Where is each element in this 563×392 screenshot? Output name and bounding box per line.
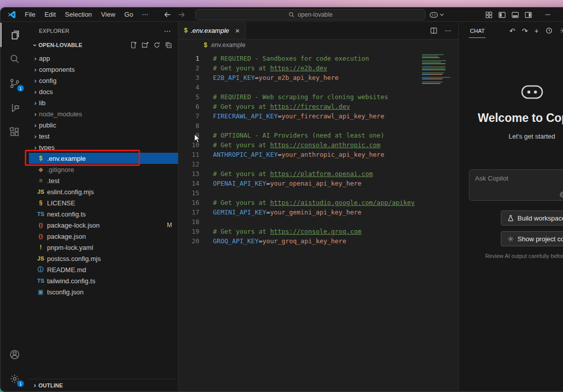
menu-file[interactable]: File [20, 11, 40, 18]
code-link[interactable]: https://e2b.dev [270, 64, 327, 72]
tree-item-lib[interactable]: ›lib [29, 97, 178, 108]
minimap-line [422, 83, 441, 84]
refresh-icon[interactable] [153, 41, 160, 49]
minimize-button[interactable] [536, 8, 559, 22]
tree-item-license[interactable]: §LICENSE [29, 197, 178, 208]
line-number: 3 [179, 73, 199, 82]
chevron-down-icon[interactable] [440, 13, 444, 16]
code-line: 9# OPTIONAL - AI Providers (need at leas… [179, 130, 458, 140]
minimap-line [422, 78, 443, 79]
breadcrumb[interactable]: $ .env.example [179, 39, 458, 51]
tree-item--env-example[interactable]: $.env.example [29, 153, 178, 164]
minimap[interactable] [422, 54, 451, 84]
line-number: 19 [179, 227, 199, 236]
forward-button[interactable] [178, 8, 186, 22]
chat-body: Welcome to Copilot Let's get started Ask… [459, 39, 563, 391]
back-button[interactable] [163, 8, 171, 22]
code-token: = [266, 208, 270, 216]
code-token: # Get yours at [213, 64, 270, 72]
source-control-icon[interactable]: 1 [1, 71, 29, 96]
tree-item-package-json[interactable]: {}package.json [29, 231, 178, 242]
tree-item-components[interactable]: ›components [29, 64, 178, 75]
code-link[interactable]: https://platform.openai.com [270, 170, 373, 178]
tree-item-next-config-ts[interactable]: TSnext.config.ts [29, 208, 178, 220]
menu-view[interactable]: View [97, 11, 120, 18]
item-label: components [39, 66, 75, 73]
tree-item-tsconfig-json[interactable]: ▣tsconfig.json [29, 286, 178, 297]
close-tab-icon[interactable]: × [235, 26, 240, 35]
tree-item-types[interactable]: ›types [29, 142, 178, 153]
copilot-menu-icon[interactable] [429, 12, 438, 18]
code-line: 17GEMINI_API_KEY=your_gemini_api_key_her… [179, 207, 458, 217]
tree-item--test[interactable]: ≡.test [29, 175, 178, 186]
run-debug-icon[interactable] [1, 96, 29, 120]
explorer-more-icon[interactable]: ⋯ [164, 27, 171, 35]
split-editor-icon[interactable] [430, 27, 438, 34]
code-token: GROQ_API_KEY [213, 237, 258, 245]
search-sidebar-icon[interactable] [1, 47, 29, 71]
toggle-panel-icon[interactable] [511, 11, 519, 19]
menu-selection[interactable]: Selection [60, 11, 96, 18]
item-label: LICENSE [47, 199, 75, 207]
code-link[interactable]: https://console.groq.com [270, 228, 362, 235]
minimap-line [422, 66, 446, 67]
code-link[interactable]: https://aistudio.google.com/app/apikey [270, 199, 415, 206]
collapse-all-icon[interactable] [165, 41, 172, 49]
mention-icon[interactable]: @ [559, 190, 563, 198]
chevron-right-icon: › [32, 88, 39, 96]
outline-section[interactable]: › OUTLINE [29, 379, 178, 391]
command-center-search[interactable]: open-lovable [195, 9, 425, 20]
tree-item-public[interactable]: ›public [29, 119, 178, 130]
chevron-right-icon: › [32, 99, 39, 107]
explorer-icon[interactable] [1, 23, 29, 47]
tree-item-eslint-config-mjs[interactable]: JSeslint.config.mjs [29, 186, 178, 197]
tree-item-postcss-config-mjs[interactable]: JSpostcss.config.mjs [29, 253, 178, 264]
customize-layout-icon[interactable] [485, 11, 493, 19]
menu-edit[interactable]: Edit [40, 11, 60, 18]
tree-item--gitignore[interactable]: ◆.gitignore [29, 164, 178, 175]
tree-item-app[interactable]: ›app [29, 53, 178, 64]
toggle-sidebar-left-icon[interactable] [498, 11, 506, 19]
code-token: # Get yours at [213, 103, 270, 110]
tree-item-docs[interactable]: ›docs [29, 86, 178, 97]
minimap-line [422, 71, 451, 72]
code-token: # Get yours at [213, 228, 270, 235]
account-icon[interactable] [1, 342, 29, 367]
tree-item-tailwind-config-ts[interactable]: TStailwind.config.ts [29, 275, 178, 286]
tree-item-readme-md[interactable]: ⓘREADME.md [29, 264, 178, 275]
extensions-icon[interactable] [1, 120, 29, 144]
settings-gear-icon[interactable]: 1 [1, 367, 29, 391]
code-line: 19# Get yours at https://console.groq.co… [179, 227, 458, 236]
new-chat-icon[interactable]: + [534, 27, 538, 35]
menu-more-button[interactable]: ⋯ [138, 11, 152, 18]
new-file-icon[interactable] [130, 41, 137, 49]
code-editor[interactable]: 1# REQUIRED - Sandboxes for code executi… [179, 51, 458, 391]
tree-item-test[interactable]: ›test [29, 130, 178, 142]
show-project-cont-button[interactable]: Show project cont [501, 231, 563, 246]
project-name: OPEN-LOVABLE [38, 42, 82, 48]
tab-env-example[interactable]: $ .env.example × [179, 22, 246, 39]
chat-tab[interactable]: CHAT [469, 23, 486, 38]
code-link[interactable]: https://console.anthropic.com [270, 141, 380, 149]
chat-settings-icon[interactable] [559, 27, 563, 34]
code-line: 4 [179, 82, 458, 92]
menu-go[interactable]: Go [120, 11, 138, 18]
history-icon[interactable] [545, 27, 553, 34]
build-workspace-button[interactable]: Build workspace [501, 210, 563, 226]
tree-item-package-lock-json[interactable]: {}package-lock.jsonM [29, 220, 178, 231]
code-link[interactable]: https://firecrawl.dev [270, 103, 350, 110]
tree-item-config[interactable]: ›config [29, 75, 178, 86]
code-lines[interactable]: 1# REQUIRED - Sandboxes for code executi… [179, 51, 458, 246]
undo-icon[interactable]: ↶ [509, 27, 515, 35]
editor-more-icon[interactable]: ⋯ [445, 27, 451, 34]
redo-icon[interactable]: ↷ [522, 27, 528, 35]
tree-item-node-modules[interactable]: ›node_modules [29, 108, 178, 119]
line-number: 9 [179, 130, 199, 140]
project-root-row[interactable]: › OPEN-LOVABLE [29, 39, 178, 51]
toggle-sidebar-right-icon[interactable] [525, 11, 532, 19]
tree-item-pnpm-lock-yaml[interactable]: !pnpm-lock.yaml [29, 242, 178, 253]
new-folder-icon[interactable] [142, 41, 149, 49]
chevron-right-icon: › [32, 121, 39, 129]
chat-input[interactable]: Ask Copilot @ [469, 169, 563, 201]
desktop: { "titlebar": { "menus": ["File", "Edit"… [0, 0, 563, 392]
